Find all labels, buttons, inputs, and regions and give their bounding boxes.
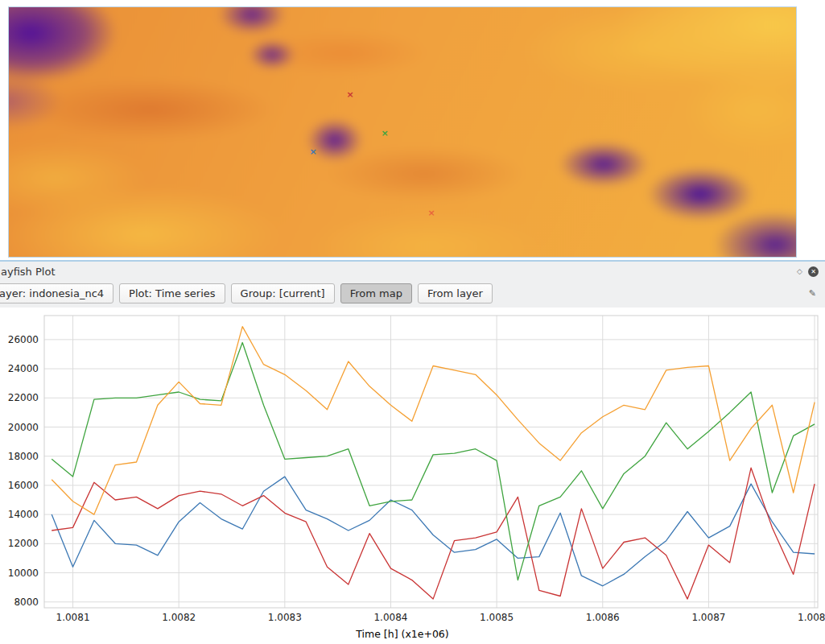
y-tick-label: 10000 [8,568,39,579]
layer-button[interactable]: ayer: indonesia_nc4 [0,283,113,303]
y-tick-label: 14000 [8,509,39,520]
raster-heatmap [8,6,797,258]
group-button[interactable]: Group: [current] [231,283,335,303]
panel-header: ayfish Plot ◇ ✕ [0,262,825,281]
panel-header-icons: ◇ ✕ [797,266,819,277]
point-3-green-line [52,343,815,580]
x-tick-label: 1.0086 [586,612,620,623]
y-tick-label: 26000 [8,334,39,345]
qgis-window: ×××× ayfish Plot ◇ ✕ ayer: indonesia_nc4… [0,6,825,644]
x-tick-label: 1.0083 [268,612,302,623]
y-tick-labels: 8000100001200014000160001800020000220002… [8,334,39,608]
plot-toolbar: ayer: indonesia_nc4 Plot: Time series Gr… [0,281,825,308]
panel-title: ayfish Plot [1,266,56,278]
plot-type-button[interactable]: Plot: Time series [119,283,225,303]
float-panel-icon[interactable]: ◇ [797,267,802,275]
y-tick-label: 24000 [8,363,39,374]
close-panel-icon[interactable]: ✕ [808,266,819,277]
x-tick-label: 1.0081 [56,612,90,623]
point-2-red-line [52,468,815,599]
y-tick-label: 20000 [8,422,39,433]
map-point-red: × [346,90,353,99]
x-tick-label: 1.0084 [373,612,407,623]
timeseries-chart[interactable]: 1.00811.00821.00831.00841.00851.00861.00… [0,308,825,644]
plot-options-icon[interactable]: ✎ [809,288,816,299]
y-tick-label: 18000 [8,451,39,462]
x-tick-label: 1.0085 [480,612,514,623]
map-point-blue: × [309,147,316,156]
x-tick-labels: 1.00811.00821.00831.00841.00851.00861.00… [56,612,825,623]
x-tick-label: 1.0087 [691,612,725,623]
y-tick-label: 12000 [8,538,39,549]
from-map-button[interactable]: From map [340,283,412,303]
y-tick-label: 16000 [8,480,39,491]
crayfish-plot-panel: ayfish Plot ◇ ✕ ayer: indonesia_nc4 Plot… [0,262,825,644]
x-tick-label: 1.0088 [798,612,825,623]
map-point-orange: × [427,208,435,217]
x-axis-title: Time [h] (x1e+06) [355,628,448,640]
plot-area[interactable]: 1.00811.00821.00831.00841.00851.00861.00… [0,308,825,644]
map-canvas[interactable]: ×××× [8,6,797,258]
series-lines [52,327,815,599]
x-tick-label: 1.0082 [162,612,196,623]
from-layer-button[interactable]: From layer [418,283,493,303]
y-tick-label: 8000 [14,597,39,608]
y-tick-label: 22000 [8,392,39,403]
point-4-orange-line [52,327,815,514]
point-1-blue-line [52,477,815,586]
map-point-green: × [381,129,388,138]
